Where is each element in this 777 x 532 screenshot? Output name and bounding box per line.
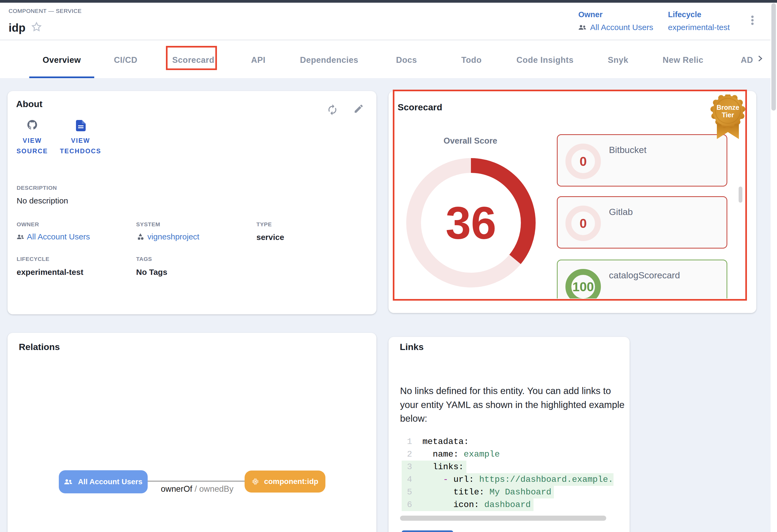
svg-text:Bronze: Bronze [716, 104, 740, 111]
svg-text:Tier: Tier [722, 111, 734, 119]
